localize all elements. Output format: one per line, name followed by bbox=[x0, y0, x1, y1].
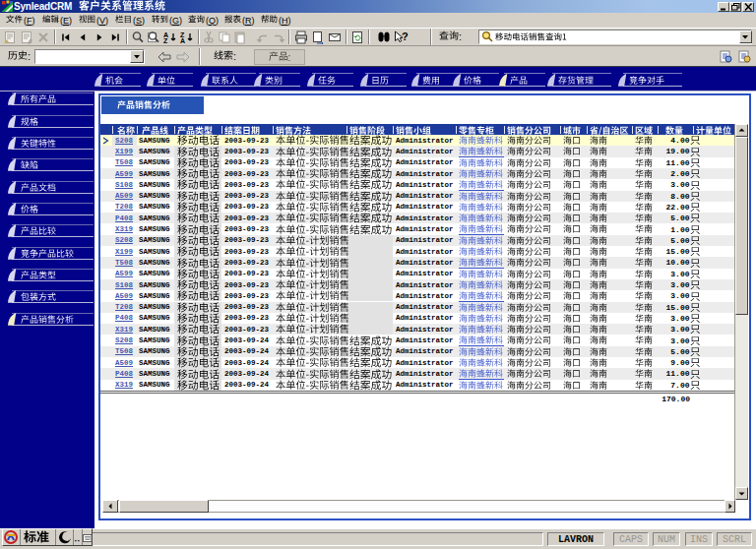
svg-text:A: A bbox=[180, 37, 185, 44]
svg-text:Z: Z bbox=[163, 37, 168, 44]
svg-text:?: ? bbox=[402, 30, 409, 42]
